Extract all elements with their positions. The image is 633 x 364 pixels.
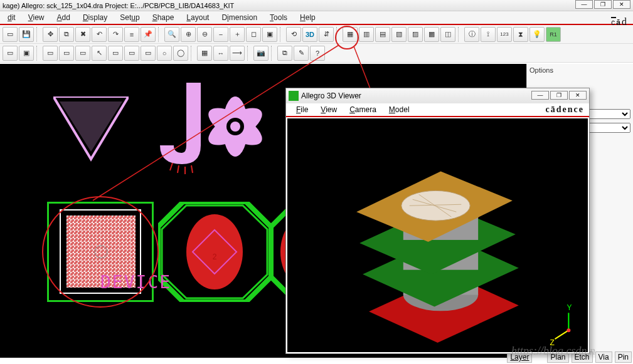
tb-copy[interactable]: ⧉ <box>59 27 74 42</box>
tb-zm-[interactable]: − <box>213 27 228 42</box>
tb-l3[interactable]: ▭ <box>75 46 90 61</box>
tb-reset[interactable]: ⟲ <box>286 27 301 42</box>
options-title: Options <box>529 66 630 74</box>
menu-view[interactable]: View <box>22 13 51 22</box>
svg-point-46 <box>567 328 570 332</box>
tb-r3[interactable]: ▭ <box>141 46 156 61</box>
tb-zout[interactable]: ⊖ <box>197 27 212 42</box>
menu-display[interactable]: Display <box>77 13 114 22</box>
tb-prop[interactable]: ≡ <box>124 27 139 42</box>
triangle-shape <box>53 96 129 172</box>
highlight-circle-pad <box>41 195 160 308</box>
tb-zwin[interactable]: ▣ <box>262 27 277 42</box>
tb-lay6[interactable]: ◫ <box>440 27 455 42</box>
tb-zsel[interactable]: ◻ <box>246 27 261 42</box>
svg-point-21 <box>43 197 158 307</box>
tb-sh[interactable]: ✎ <box>294 46 309 61</box>
tb-R1[interactable]: R1 <box>546 27 561 42</box>
tb-ln1[interactable]: ↔ <box>213 46 228 61</box>
tb-hrg[interactable]: ⧗ <box>513 27 528 42</box>
title-bar: kage) Allegro: sck_125_1x04.dra Project:… <box>0 0 633 11</box>
tb-3D[interactable]: 3D <box>302 27 317 42</box>
tab-pin[interactable]: Pin <box>615 351 632 363</box>
tb-flip[interactable]: ⇵ <box>319 27 334 42</box>
tb-lay5[interactable]: ▩ <box>424 27 439 42</box>
menu-layout[interactable]: Layout <box>180 13 215 22</box>
watermark: https://blog.csdn.n <box>511 345 595 358</box>
minimize-button[interactable]: — <box>575 0 593 9</box>
tb-undo[interactable]: ↶ <box>92 27 107 42</box>
viewer-brand: cādence <box>546 105 584 115</box>
tb-r4[interactable]: ○ <box>157 46 172 61</box>
tb-info[interactable]: ⓘ <box>464 27 479 42</box>
tb-grid[interactable]: ▦ <box>343 27 358 42</box>
tb-arr[interactable]: ↖ <box>92 46 107 61</box>
tb-zfit[interactable]: 🔍 <box>164 27 179 42</box>
tb-r1[interactable]: ▭ <box>108 46 123 61</box>
menu-tools[interactable]: Tools <box>263 13 294 22</box>
tb-file[interactable]: ▭ <box>3 27 18 42</box>
j-asterisk-shape <box>147 76 273 183</box>
tb-help[interactable]: ? <box>310 46 325 61</box>
svg-text:Y: Y <box>567 303 572 312</box>
maximize-button[interactable]: ❐ <box>594 0 612 9</box>
viewer-menu-view[interactable]: View <box>314 105 343 114</box>
tb-l2[interactable]: ▭ <box>59 46 74 61</box>
menu-add[interactable]: Add <box>51 13 77 22</box>
viewer-menu-camera[interactable]: Camera <box>343 105 383 114</box>
tb-sel[interactable]: ▭ <box>3 46 18 61</box>
toolbar-row-2: ▭▣▭▭▭↖▭▭▭○◯▦↔⟶📷⧉✎? <box>0 44 633 63</box>
tb-lay1[interactable]: ▥ <box>359 27 374 42</box>
viewer-menu-bar: FileViewCameraModelcādence <box>286 103 589 117</box>
tb-lay2[interactable]: ▤ <box>375 27 390 42</box>
svg-line-10 <box>191 165 193 173</box>
tb-zm+[interactable]: ＋ <box>230 27 245 42</box>
viewer-menu-model[interactable]: Model <box>383 105 416 114</box>
tb-pin[interactable]: 📌 <box>141 27 156 42</box>
tb-bulb[interactable]: 💡 <box>529 27 545 42</box>
viewer-minimize-button[interactable]: — <box>531 91 549 100</box>
tb-p1[interactable]: ▦ <box>197 46 212 61</box>
svg-point-16 <box>186 214 243 289</box>
tb-meas[interactable]: ⟟ <box>481 27 496 42</box>
viewer-window[interactable]: Allegro 3D Viewer — ❐ ✕ FileViewCameraMo… <box>285 88 590 354</box>
tb-zin[interactable]: ⊕ <box>181 27 196 42</box>
tb-ln2[interactable]: ⟶ <box>230 46 245 61</box>
tb-r5[interactable]: ◯ <box>173 46 188 61</box>
pad-2-outline: 2 <box>158 202 271 302</box>
window-buttons: — ❐ ✕ <box>575 0 630 9</box>
svg-line-44 <box>555 330 568 339</box>
brand-logo: cād <box>611 16 628 28</box>
svg-marker-1 <box>60 101 122 152</box>
tab-via[interactable]: Via <box>595 351 612 363</box>
viewer-title-bar[interactable]: Allegro 3D Viewer — ❐ ✕ <box>286 88 589 103</box>
tb-cam[interactable]: 📷 <box>253 46 269 61</box>
tb-move[interactable]: ✥ <box>43 27 58 42</box>
tb-dup[interactable]: ⧉ <box>277 46 292 61</box>
tb-lay3[interactable]: ▧ <box>391 27 407 42</box>
viewer-canvas[interactable]: Y Z <box>287 118 588 352</box>
menu-setup[interactable]: Setup <box>114 13 146 22</box>
menu-dit[interactable]: dit <box>1 13 22 22</box>
svg-line-8 <box>178 165 179 173</box>
menu-bar: ditViewAddDisplaySetupShapeLayoutDimensi… <box>0 11 633 25</box>
title-text: kage) Allegro: sck_125_1x04.dra Project:… <box>3 2 234 9</box>
menu-help[interactable]: Help <box>294 13 322 22</box>
tb-del[interactable]: ✖ <box>75 27 90 42</box>
tb-selg[interactable]: ▣ <box>19 46 34 61</box>
menu-shape[interactable]: Shape <box>146 13 181 22</box>
tb-123[interactable]: 123 <box>497 27 512 42</box>
tb-save[interactable]: 💾 <box>19 27 34 42</box>
svg-point-6 <box>230 122 240 132</box>
viewer-close-button[interactable]: ✕ <box>569 91 587 100</box>
svg-line-7 <box>170 163 173 170</box>
menu-dimension[interactable]: Dimension <box>215 13 263 22</box>
tb-lay4[interactable]: ▨ <box>408 27 423 42</box>
viewer-menu-file[interactable]: File <box>290 105 314 114</box>
toolbar-row-1: ▭💾✥⧉✖↶↷≡📌🔍⊕⊖−＋◻▣⟲3D⇵▦▥▤▧▨▩◫ⓘ⟟123⧗💡R1 <box>0 25 633 44</box>
tb-l1[interactable]: ▭ <box>43 46 58 61</box>
close-button[interactable]: ✕ <box>613 0 630 9</box>
tb-redo[interactable]: ↷ <box>108 27 123 42</box>
tb-r2[interactable]: ▭ <box>124 46 139 61</box>
viewer-maximize-button[interactable]: ❐ <box>550 91 568 100</box>
